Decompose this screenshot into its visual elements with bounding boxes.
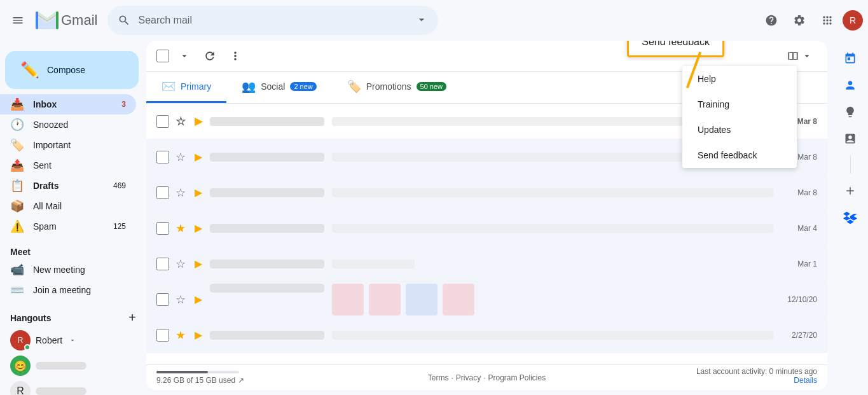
more-options-button[interactable]	[225, 46, 245, 66]
important-label: Important	[33, 140, 71, 150]
search-icon	[118, 14, 130, 27]
sidebar-item-join-meeting[interactable]: ⌨️ Join a meeting	[0, 280, 136, 300]
hangout-avatar-3: R	[10, 381, 31, 395]
menu-item-help[interactable]: Help	[682, 66, 797, 92]
star-icon[interactable]: ★	[174, 328, 187, 342]
email-checkbox[interactable]	[156, 115, 169, 128]
footer-policies[interactable]: Program Policies	[488, 373, 546, 382]
subject-blurred	[332, 224, 774, 233]
calendar-panel-icon[interactable]	[837, 46, 863, 71]
contacts-panel-icon[interactable]	[837, 73, 863, 98]
table-row[interactable]: ★ ▶ Mar 4	[146, 211, 827, 246]
sidebar-item-snoozed[interactable]: 🕐 Snoozed	[0, 114, 136, 135]
topbar-right: R	[759, 8, 863, 33]
important-marker-icon[interactable]: ▶	[192, 151, 205, 163]
hangout-item-green[interactable]: 😊	[0, 353, 146, 378]
panel-divider	[850, 155, 851, 174]
footer-sep2: ·	[483, 373, 485, 382]
tab-promotions[interactable]: 🏷️ Promotions 50 new	[332, 72, 462, 103]
sidebar-item-sent[interactable]: 📤 Sent	[0, 155, 136, 176]
menu-item-updates[interactable]: Updates	[682, 117, 797, 142]
tab-social[interactable]: 👥 Social 2 new	[226, 72, 332, 103]
new-meeting-icon: 📹	[10, 263, 23, 277]
help-dropdown-menu: Help Training Updates Send feedback	[682, 66, 797, 168]
star-icon[interactable]: ☆	[174, 186, 187, 200]
email-checkbox[interactable]	[156, 151, 169, 163]
email-checkbox[interactable]	[156, 293, 169, 306]
star-icon[interactable]: ★	[174, 221, 187, 235]
primary-tab-label: Primary	[181, 81, 211, 92]
important-marker-icon[interactable]: ▶	[192, 329, 205, 341]
primary-tab-icon: ✉️	[162, 80, 176, 94]
tab-primary[interactable]: ✉️ Primary	[146, 72, 226, 103]
sidebar-item-drafts[interactable]: 📋 Drafts 469	[0, 176, 136, 196]
add-hangout-button[interactable]: +	[128, 310, 136, 325]
gmail-text: Gmail	[61, 12, 97, 29]
sidebar: ✏️ Compose 📥 Inbox 3 🕐 Snoozed 🏷️ Import…	[0, 41, 146, 395]
important-marker-icon[interactable]: ▶	[192, 258, 205, 270]
sidebar-item-new-meeting[interactable]: 📹 New meeting	[0, 260, 136, 280]
keep-panel-icon[interactable]	[837, 99, 863, 125]
footer-sep1: ·	[451, 373, 453, 382]
email-checkbox[interactable]	[156, 258, 169, 270]
attachment-thumb	[406, 284, 437, 315]
details-link[interactable]: Details	[696, 376, 817, 385]
apps-button[interactable]	[815, 8, 840, 33]
important-marker-icon[interactable]: ▶	[192, 115, 205, 127]
sidebar-item-spam[interactable]: ⚠️ Spam 125	[0, 216, 136, 237]
sidebar-item-important[interactable]: 🏷️ Important	[0, 135, 136, 155]
storage-link-icon[interactable]: ↗	[238, 376, 244, 385]
sender-blurred	[210, 117, 324, 126]
select-all-checkbox[interactable]	[156, 50, 169, 62]
email-checkbox[interactable]	[156, 222, 169, 235]
storage-info: 9.26 GB of 15 GB used ↗	[156, 371, 244, 385]
dropbox-panel-icon[interactable]	[837, 205, 863, 230]
drafts-icon: 📋	[10, 179, 23, 193]
menu-item-training[interactable]: Training	[682, 92, 797, 117]
help-button[interactable]	[759, 8, 784, 33]
table-row[interactable]: ★ ▶ 2/27/20	[146, 317, 827, 353]
compose-plus-icon: ✏️	[20, 61, 39, 79]
star-icon[interactable]: ☆	[174, 150, 187, 164]
star-icon[interactable]: ☆	[174, 293, 187, 307]
activity-text: Last account activity: 0 minutes ago	[696, 367, 817, 376]
important-marker-icon[interactable]: ▶	[192, 186, 205, 198]
select-dropdown-button[interactable]	[174, 46, 195, 66]
hangout-item-plain[interactable]: R	[0, 378, 146, 395]
hangout-user-robert[interactable]: R Robert	[0, 328, 146, 353]
menu-item-send-feedback[interactable]: Send feedback	[682, 142, 797, 168]
table-row[interactable]: ☆ ▶ Mar 1	[146, 246, 827, 282]
user-avatar[interactable]: R	[843, 10, 863, 31]
settings-button[interactable]	[787, 8, 812, 33]
topbar: Gmail Search mail R	[0, 0, 868, 41]
subject-blurred	[332, 260, 415, 268]
sidebar-item-inbox[interactable]: 📥 Inbox 3	[0, 94, 136, 114]
search-bar[interactable]: Search mail	[107, 6, 438, 35]
search-input[interactable]: Search mail	[138, 15, 408, 26]
star-icon[interactable]: ☆	[174, 114, 187, 128]
refresh-button[interactable]	[200, 46, 220, 66]
email-date: Mar 1	[779, 260, 817, 268]
expand-panel-icon[interactable]	[837, 178, 863, 204]
tasks-panel-icon[interactable]	[837, 126, 863, 151]
table-row[interactable]: ☆ ▶ 12/10/20	[146, 282, 827, 317]
email-date: 2/27/20	[779, 331, 817, 340]
email-checkbox[interactable]	[156, 329, 169, 342]
star-icon[interactable]: ☆	[174, 257, 187, 271]
important-marker-icon[interactable]: ▶	[192, 293, 205, 305]
snoozed-icon: 🕐	[10, 118, 23, 132]
compose-button[interactable]: ✏️ Compose	[5, 51, 139, 89]
all-mail-icon: 📦	[10, 199, 23, 213]
inbox-label: Inbox	[33, 99, 57, 109]
menu-button[interactable]	[5, 8, 31, 33]
footer-terms[interactable]: Terms	[428, 373, 449, 382]
sidebar-item-all-mail[interactable]: 📦 All Mail	[0, 196, 136, 216]
search-dropdown-arrow[interactable]	[415, 13, 428, 28]
sent-label: Sent	[33, 160, 52, 170]
footer-privacy[interactable]: Privacy	[456, 373, 481, 382]
important-marker-icon[interactable]: ▶	[192, 222, 205, 234]
email-checkbox[interactable]	[156, 186, 169, 199]
attachment-thumb	[369, 284, 401, 315]
hangout-avatar: R	[10, 330, 31, 350]
table-row[interactable]: ☆ ▶ Mar 8	[146, 175, 827, 211]
